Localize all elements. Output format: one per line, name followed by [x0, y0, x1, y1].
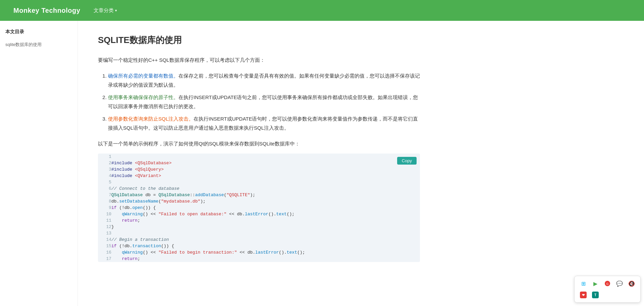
svg-text:G: G: [606, 282, 608, 286]
line-content: [111, 179, 420, 185]
main-content: SQLITE数据库的使用 要编写一个稳定性好的C++ SQL数据库保存程序，可以…: [78, 21, 447, 306]
line-content: QSqlDatabase db = QSqlDatabase::addDatab…: [111, 192, 420, 198]
line-content: if (!db.transaction()) {: [111, 243, 420, 249]
line-number: 15: [98, 243, 111, 249]
code-line: 2 #include <QSqlDatabase>: [98, 160, 420, 166]
line-content: return;: [111, 217, 420, 224]
code-line: 16 qWarning() << "Failed to begin transa…: [98, 249, 420, 256]
line-content: return;: [111, 256, 420, 262]
sidebar-title: 本文目录: [5, 29, 72, 35]
game-icon[interactable]: G: [603, 279, 612, 288]
article-title: SQLITE数据库的使用: [98, 34, 420, 46]
line-number: 9: [98, 205, 111, 211]
nav-articles[interactable]: 文章分类 ▾: [94, 7, 117, 14]
copy-button[interactable]: Copy: [397, 157, 417, 165]
line-number: 4: [98, 173, 111, 179]
line-number: 12: [98, 224, 111, 230]
code-line: 9 if (!db.open()) {: [98, 205, 420, 211]
code-block: Copy 1 2 #include <QSqlDatabase> 3 #incl…: [98, 154, 420, 262]
header: Monkey Technology 文章分类 ▾: [0, 0, 644, 21]
line-content: qWarning() << "Failed to open database:"…: [111, 211, 420, 217]
site-title: Monkey Technology: [13, 7, 80, 14]
taskbar-row-1: ⊞ ▶ G 💬 🔇: [579, 279, 636, 288]
code-line: 1: [98, 154, 420, 160]
svg-text:❤: ❤: [582, 293, 585, 297]
code-line: 14 // Begin a transaction: [98, 236, 420, 243]
chat-icon[interactable]: 💬: [615, 279, 624, 288]
code-line: 11 return;: [98, 217, 420, 224]
conclusion-text: 以下是一个简单的示例程序，演示了如何使用Qt的SQL模块来保存数据到SQLite…: [98, 139, 420, 148]
line-number: 7: [98, 192, 111, 198]
line-number: 14: [98, 236, 111, 243]
taskbar: ⊞ ▶ G 💬 🔇 ❤ T: [574, 276, 641, 303]
windows-icon[interactable]: ⊞: [579, 279, 588, 288]
line-content: db.setDatabaseName("mydatabase.db");: [111, 198, 420, 205]
code-line: 8 db.setDatabaseName("mydatabase.db");: [98, 198, 420, 205]
code-line: 3 #include <QSqlQuery>: [98, 166, 420, 173]
line-number: 8: [98, 198, 111, 205]
sidebar-link-sqlite[interactable]: sqlite数据库的使用: [5, 40, 72, 49]
code-line: 6 // Connect to the database: [98, 185, 420, 192]
line-number: 5: [98, 179, 111, 185]
play-icon[interactable]: ▶: [591, 279, 600, 288]
line-content: #include <QSqlQuery>: [111, 166, 420, 173]
line-number: 6: [98, 185, 111, 192]
line-number: 13: [98, 230, 111, 236]
list-item-1-highlight: 确保所有必需的变量都有数值。: [108, 73, 178, 79]
line-number: 10: [98, 211, 111, 217]
code-line: 10 qWarning() << "Failed to open databas…: [98, 211, 420, 217]
code-line: 5: [98, 179, 420, 185]
code-line: 12 }: [98, 224, 420, 230]
page-layout: 本文目录 sqlite数据库的使用 SQLITE数据库的使用 要编写一个稳定性好…: [0, 21, 644, 306]
line-content: }: [111, 224, 420, 230]
article-list: 确保所有必需的变量都有数值。在保存之前，您可以检查每个变量是否具有有效的值。如果…: [108, 71, 420, 132]
list-item-2-highlight: 使用事务来确保保存的原子性。: [108, 94, 178, 100]
code-line: 17 return;: [98, 256, 420, 262]
line-number: 1: [98, 154, 111, 160]
line-number: 11: [98, 217, 111, 224]
main-nav: 文章分类 ▾: [94, 7, 117, 14]
red-app-icon[interactable]: ❤: [579, 290, 588, 300]
teal-app-icon[interactable]: T: [591, 290, 600, 300]
line-content: qWarning() << "Failed to begin transacti…: [111, 249, 420, 256]
svg-text:T: T: [594, 293, 596, 297]
line-content: #include <QVariant>: [111, 173, 420, 179]
line-number: 17: [98, 256, 111, 262]
list-item-3-highlight: 使用参数化查询来防止SQL注入攻击。: [108, 116, 194, 122]
line-number: 3: [98, 166, 111, 173]
list-item: 使用参数化查询来防止SQL注入攻击。在执行INSERT或UPDATE语句时，您可…: [108, 114, 420, 132]
code-line: 15 if (!db.transaction()) {: [98, 243, 420, 249]
line-content: [111, 154, 420, 160]
nav-articles-label: 文章分类: [94, 7, 114, 14]
intro-text: 要编写一个稳定性好的C++ SQL数据库保存程序，可以考虑以下几个方面：: [98, 55, 420, 64]
code-line: 7 QSqlDatabase db = QSqlDatabase::addDat…: [98, 192, 420, 198]
sidebar: 本文目录 sqlite数据库的使用: [0, 21, 78, 306]
taskbar-row-2: ❤ T: [579, 290, 636, 300]
mute-icon[interactable]: 🔇: [627, 279, 636, 288]
line-content: // Connect to the database: [111, 185, 420, 192]
line-content: [111, 230, 420, 236]
code-table: 1 2 #include <QSqlDatabase> 3 #include <…: [98, 154, 420, 262]
line-content: if (!db.open()) {: [111, 205, 420, 211]
line-content: #include <QSqlDatabase>: [111, 160, 420, 166]
line-number: 16: [98, 249, 111, 256]
code-line: 4 #include <QVariant>: [98, 173, 420, 179]
list-item: 使用事务来确保保存的原子性。在执行INSERT或UPDATE语句之前，您可以使用…: [108, 93, 420, 111]
list-item: 确保所有必需的变量都有数值。在保存之前，您可以检查每个变量是否具有有效的值。如果…: [108, 71, 420, 89]
chevron-down-icon: ▾: [115, 8, 117, 13]
line-number: 2: [98, 160, 111, 166]
code-line: 13: [98, 230, 420, 236]
line-content: // Begin a transaction: [111, 236, 420, 243]
